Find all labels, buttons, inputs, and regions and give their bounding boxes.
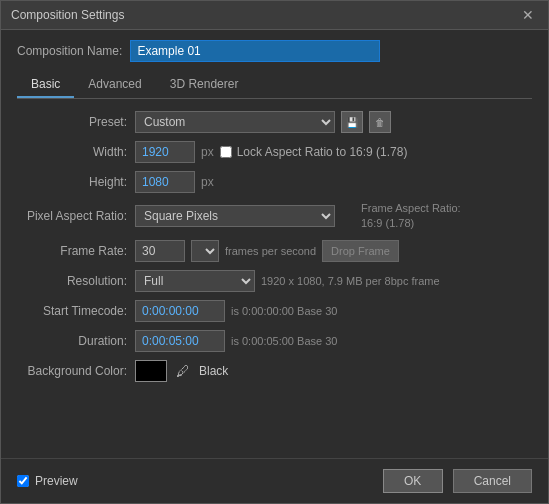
duration-control: is 0:00:05:00 Base 30 — [135, 330, 337, 352]
comp-name-row: Composition Name: — [17, 40, 532, 62]
background-color-control: 🖊 Black — [135, 360, 228, 382]
drop-frame-button[interactable]: Drop Frame — [322, 240, 399, 262]
lock-aspect-label: Lock Aspect Ratio to 16:9 (1.78) — [237, 145, 408, 159]
comp-name-input[interactable] — [130, 40, 380, 62]
height-input[interactable] — [135, 171, 195, 193]
pixel-aspect-label: Pixel Aspect Ratio: — [17, 209, 127, 223]
framerate-row: Frame Rate: ▼ frames per second Drop Fra… — [17, 240, 532, 262]
frame-aspect-box: Frame Aspect Ratio: 16:9 (1.78) — [361, 201, 461, 232]
duration-row: Duration: is 0:00:05:00 Base 30 — [17, 330, 532, 352]
tab-3d-renderer[interactable]: 3D Renderer — [156, 72, 253, 98]
duration-input[interactable] — [135, 330, 225, 352]
tab-advanced[interactable]: Advanced — [74, 72, 155, 98]
preset-label: Preset: — [17, 115, 127, 129]
eyedropper-button[interactable]: 🖊 — [173, 363, 193, 379]
start-timecode-control: is 0:00:00:00 Base 30 — [135, 300, 337, 322]
framerate-unit: frames per second — [225, 245, 316, 257]
preset-row: Preset: Custom HDTV 1080 25 HDTV 1080 30… — [17, 111, 532, 133]
background-color-label: Background Color: — [17, 364, 127, 378]
background-color-name: Black — [199, 364, 228, 378]
form-grid: Preset: Custom HDTV 1080 25 HDTV 1080 30… — [17, 111, 532, 452]
start-timecode-row: Start Timecode: is 0:00:00:00 Base 30 — [17, 300, 532, 322]
framerate-label: Frame Rate: — [17, 244, 127, 258]
start-timecode-info: is 0:00:00:00 Base 30 — [231, 305, 337, 317]
tabs: Basic Advanced 3D Renderer — [17, 72, 532, 99]
framerate-dropdown[interactable]: ▼ — [191, 240, 219, 262]
start-timecode-input[interactable] — [135, 300, 225, 322]
height-control: px — [135, 171, 214, 193]
height-unit: px — [201, 175, 214, 189]
width-control: px Lock Aspect Ratio to 16:9 (1.78) — [135, 141, 407, 163]
tab-basic[interactable]: Basic — [17, 72, 74, 98]
footer-right: OK Cancel — [383, 469, 532, 493]
height-row: Height: px — [17, 171, 532, 193]
pixel-aspect-select[interactable]: Square Pixels D1/DV NTSC D1/DV PAL — [135, 205, 335, 227]
comp-name-label: Composition Name: — [17, 44, 122, 58]
resolution-control: Full Half Third Quarter Custom 1920 x 10… — [135, 270, 440, 292]
close-button[interactable]: ✕ — [518, 7, 538, 23]
resolution-select[interactable]: Full Half Third Quarter Custom — [135, 270, 255, 292]
preset-select[interactable]: Custom HDTV 1080 25 HDTV 1080 30 — [135, 111, 335, 133]
frame-aspect-value: 16:9 (1.78) — [361, 217, 414, 229]
preset-control: Custom HDTV 1080 25 HDTV 1080 30 💾 🗑 — [135, 111, 391, 133]
cancel-button[interactable]: Cancel — [453, 469, 532, 493]
background-color-swatch[interactable] — [135, 360, 167, 382]
composition-settings-dialog: Composition Settings ✕ Composition Name:… — [0, 0, 549, 504]
preview-label: Preview — [35, 474, 78, 488]
footer-left: Preview — [17, 474, 78, 488]
framerate-control: ▼ frames per second Drop Frame — [135, 240, 399, 262]
ok-button[interactable]: OK — [383, 469, 443, 493]
dialog-title: Composition Settings — [11, 8, 124, 22]
dialog-footer: Preview OK Cancel — [1, 458, 548, 503]
framerate-input[interactable] — [135, 240, 185, 262]
title-bar: Composition Settings ✕ — [1, 1, 548, 30]
duration-info: is 0:00:05:00 Base 30 — [231, 335, 337, 347]
start-timecode-label: Start Timecode: — [17, 304, 127, 318]
width-unit: px — [201, 145, 214, 159]
frame-aspect-label: Frame Aspect Ratio: — [361, 202, 461, 214]
resolution-label: Resolution: — [17, 274, 127, 288]
resolution-row: Resolution: Full Half Third Quarter Cust… — [17, 270, 532, 292]
lock-aspect-row: Lock Aspect Ratio to 16:9 (1.78) — [220, 145, 408, 159]
dialog-body: Composition Name: Basic Advanced 3D Rend… — [1, 30, 548, 458]
height-label: Height: — [17, 175, 127, 189]
lock-aspect-checkbox[interactable] — [220, 146, 232, 158]
duration-label: Duration: — [17, 334, 127, 348]
preset-delete-btn[interactable]: 🗑 — [369, 111, 391, 133]
width-row: Width: px Lock Aspect Ratio to 16:9 (1.7… — [17, 141, 532, 163]
resolution-info: 1920 x 1080, 7.9 MB per 8bpc frame — [261, 275, 440, 287]
pixel-aspect-control: Square Pixels D1/DV NTSC D1/DV PAL Frame… — [135, 201, 461, 232]
background-color-row: Background Color: 🖊 Black — [17, 360, 532, 382]
width-label: Width: — [17, 145, 127, 159]
preview-checkbox[interactable] — [17, 475, 29, 487]
pixel-aspect-row: Pixel Aspect Ratio: Square Pixels D1/DV … — [17, 201, 532, 232]
preset-save-btn[interactable]: 💾 — [341, 111, 363, 133]
width-input[interactable] — [135, 141, 195, 163]
